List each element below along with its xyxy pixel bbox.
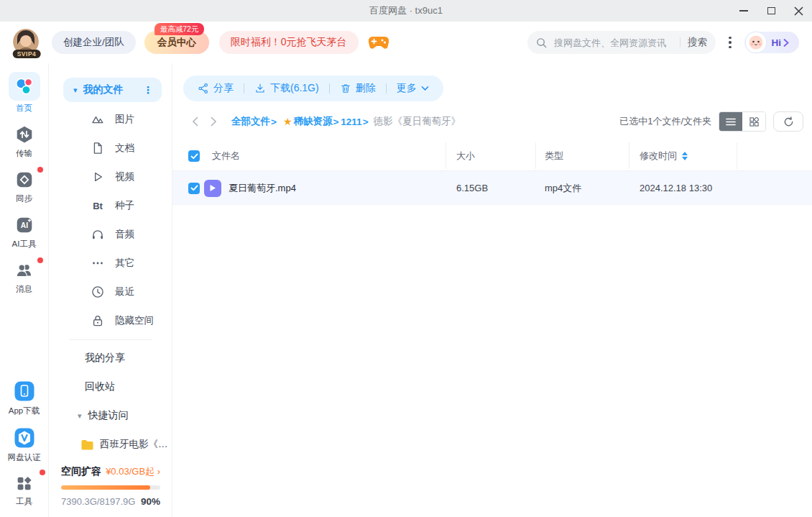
select-all-checkbox[interactable] <box>188 141 200 171</box>
ai-icon-text: AI <box>20 221 27 229</box>
breadcrumb-separator: > <box>271 116 277 127</box>
category-label: 音频 <box>115 228 134 241</box>
play-icon <box>209 184 216 192</box>
caret-down-icon: ▾ <box>73 86 78 95</box>
check-icon <box>190 153 198 160</box>
view-toggle <box>719 111 766 132</box>
sidebar-item-other[interactable]: 其它 <box>49 249 172 278</box>
titlebar: 百度网盘 · tx9uc1 <box>0 0 812 22</box>
notification-dot <box>40 470 45 475</box>
rail-item-tools[interactable]: 工具 <box>9 472 40 507</box>
toolbar-divider <box>329 83 330 93</box>
storage-title: 空间扩容 <box>61 465 101 478</box>
main-content: 分享 下载(6.1G) 删除 <box>172 63 812 517</box>
rail-item-transfer[interactable]: 传输 <box>9 123 40 159</box>
search-bar: 搜索 <box>527 31 716 54</box>
search-icon <box>536 37 547 48</box>
rail-label: AI工具 <box>12 239 37 250</box>
create-team-button[interactable]: 创建企业/团队 <box>52 31 136 54</box>
more-button[interactable]: 更多 <box>397 82 429 95</box>
gamepad-icon[interactable] <box>369 35 389 50</box>
back-button[interactable] <box>187 114 203 129</box>
bt-icon: Bt <box>91 201 105 211</box>
row-checkbox[interactable] <box>188 171 200 205</box>
breadcrumb-1211[interactable]: 1211 <box>341 116 361 127</box>
rail-item-ai-tools[interactable]: AI AI工具 <box>9 214 40 250</box>
share-button[interactable]: 分享 <box>198 82 234 95</box>
assistant-button[interactable]: Hi <box>744 32 800 53</box>
storage-upgrade-link[interactable]: ¥0.03/GB起 › <box>106 465 160 478</box>
sidebar-item-documents[interactable]: 文档 <box>49 134 172 163</box>
column-divider <box>446 142 446 169</box>
sidebar-item-my-files[interactable]: ▾ 我的文件 ⋮ <box>63 78 162 102</box>
selection-status: 已选中1个文件/文件夹 <box>619 115 711 128</box>
messages-icon <box>14 261 34 280</box>
more-menu-button[interactable] <box>726 34 734 52</box>
rail-label: 同步 <box>16 193 32 204</box>
storage-progress-bar <box>61 485 160 490</box>
sidebar-item-recent[interactable]: 最近 <box>49 278 172 306</box>
search-divider <box>680 37 680 47</box>
trash-icon <box>340 83 351 94</box>
category-label: 图片 <box>115 113 134 126</box>
sort-icon[interactable] <box>682 152 688 160</box>
rail-label: 首页 <box>16 103 32 114</box>
table-row[interactable]: 夏日葡萄牙.mp4 6.15GB mp4文件 2024.12.18 13:30 <box>172 171 812 205</box>
category-label: 最近 <box>115 285 134 298</box>
transfer-icon <box>15 125 34 144</box>
file-size: 6.15GB <box>456 171 488 205</box>
my-files-menu-icon[interactable]: ⋮ <box>143 84 153 96</box>
category-label: 种子 <box>115 199 134 212</box>
rail-label: 网盘认证 <box>8 452 41 463</box>
category-label: 其它 <box>115 257 134 270</box>
promo-banner[interactable]: 限时福利！0元抢飞天茅台 <box>219 31 359 54</box>
breadcrumb-separator: > <box>333 116 338 127</box>
column-header-modified[interactable]: 修改时间 <box>640 141 688 171</box>
app-download-icon <box>14 380 35 402</box>
sidebar-item-torrents[interactable]: Bt 种子 <box>49 191 172 220</box>
sync-icon <box>15 170 34 189</box>
breadcrumb-all-files[interactable]: 全部文件 <box>231 115 270 128</box>
category-label: 视频 <box>115 170 134 183</box>
download-button[interactable]: 下载(6.1G) <box>254 82 319 95</box>
list-view-button[interactable] <box>719 112 742 131</box>
search-input[interactable] <box>553 37 673 49</box>
vip-center-button[interactable]: 会员中心 最高减72元 <box>144 31 209 54</box>
rail-item-home[interactable]: 首页 <box>9 72 40 114</box>
rail-item-sync[interactable]: 同步 <box>9 168 40 204</box>
breadcrumb-current: 德影《夏日葡萄牙》 <box>374 115 461 128</box>
quick-access-folder[interactable]: 西班牙电影《… <box>49 430 172 459</box>
body: 首页 传输 同步 <box>0 63 812 517</box>
sidebar-item-videos[interactable]: 视频 <box>49 163 172 191</box>
search-button[interactable]: 搜索 <box>688 36 707 49</box>
documents-icon <box>91 141 105 155</box>
forward-button[interactable] <box>206 114 221 129</box>
delete-button[interactable]: 删除 <box>340 82 376 95</box>
toolbar-divider <box>386 83 387 93</box>
more-label: 更多 <box>397 82 417 95</box>
refresh-button[interactable] <box>773 111 803 132</box>
sidebar-item-hidden-space[interactable]: 隐藏空间 <box>49 306 172 335</box>
list-view-icon <box>726 118 736 126</box>
breadcrumb-rare-resources[interactable]: 稀缺资源 <box>293 115 332 128</box>
user-avatar[interactable]: SVIP4 <box>13 29 40 56</box>
grid-view-button[interactable] <box>742 112 765 131</box>
column-header-type[interactable]: 类型 <box>545 141 563 171</box>
sidebar-item-audio[interactable]: 音频 <box>49 220 172 249</box>
column-divider <box>737 142 737 169</box>
rail-item-messages[interactable]: 消息 <box>9 259 40 295</box>
rail-label: 工具 <box>16 496 32 507</box>
file-name[interactable]: 夏日葡萄牙.mp4 <box>229 171 296 205</box>
sidebar-item-pictures[interactable]: 图片 <box>49 105 172 134</box>
download-icon <box>254 83 266 94</box>
rail-label: 消息 <box>16 284 32 295</box>
column-header-size[interactable]: 大小 <box>456 141 475 171</box>
category-label: 隐藏空间 <box>115 314 154 327</box>
sidebar-section-quick-access[interactable]: ▾ 快捷访问 <box>49 401 172 430</box>
rail-item-app-download[interactable]: App下载 <box>9 379 40 416</box>
sidebar-item-my-shares[interactable]: 我的分享 <box>49 344 172 372</box>
sidebar-item-recycle-bin[interactable]: 回收站 <box>49 372 172 401</box>
videos-icon <box>91 170 105 184</box>
column-header-name[interactable]: 文件名 <box>212 141 240 171</box>
rail-item-certification[interactable]: 网盘认证 <box>8 426 41 463</box>
